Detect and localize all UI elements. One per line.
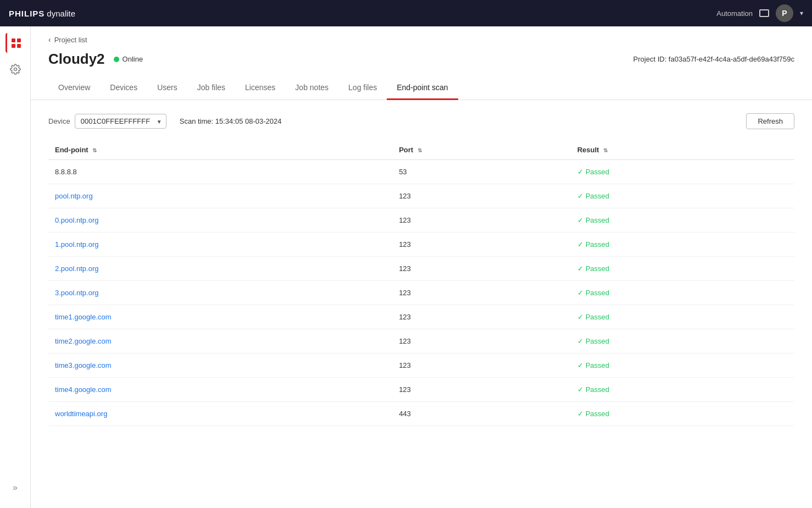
- endpoint-link[interactable]: 2.pool.ntp.org: [55, 264, 99, 273]
- check-icon: ✓: [577, 216, 583, 224]
- table-row: worldtimeapi.org443✓ Passed: [48, 402, 794, 426]
- tab-devices[interactable]: Devices: [100, 76, 147, 100]
- tab-job-files[interactable]: Job files: [187, 76, 235, 100]
- table-row: 0.pool.ntp.org123✓ Passed: [48, 208, 794, 233]
- sidebar-icon-settings[interactable]: [5, 59, 25, 79]
- project-id: Project ID: fa03a57f-e42f-4c4a-a5df-de69…: [633, 55, 794, 63]
- sort-icon-port[interactable]: ⇅: [418, 147, 422, 153]
- result-passed: ✓ Passed: [577, 337, 788, 345]
- device-row: Device 0001C0FFEEFFFFFF Scan time: 15:34…: [48, 113, 794, 129]
- check-icon: ✓: [577, 410, 583, 418]
- table-row: time4.google.com123✓ Passed: [48, 378, 794, 402]
- chevron-down-icon[interactable]: ▾: [800, 9, 803, 17]
- back-link[interactable]: ‹ Project list: [48, 35, 794, 44]
- grid-cell: [17, 44, 21, 48]
- result-cell: ✓ Passed: [571, 281, 794, 305]
- tab-job-notes[interactable]: Job notes: [285, 76, 338, 100]
- results-table: End-point ⇅ Port ⇅ Result ⇅: [48, 140, 794, 426]
- brand-logo: PHILIPS dynalite: [9, 9, 75, 18]
- col-result: Result ⇅: [571, 140, 794, 160]
- result-cell: ✓ Passed: [571, 402, 794, 426]
- endpoint-cell: pool.ntp.org: [48, 184, 392, 208]
- refresh-button[interactable]: Refresh: [746, 113, 794, 129]
- check-icon: ✓: [577, 289, 583, 297]
- endpoint-cell: time1.google.com: [48, 305, 392, 329]
- table-row: pool.ntp.org123✓ Passed: [48, 184, 794, 208]
- status-badge: Online: [114, 55, 143, 63]
- sidebar-icon-grid[interactable]: [5, 33, 25, 53]
- endpoint-link[interactable]: time4.google.com: [55, 385, 112, 394]
- port-cell: 123: [392, 281, 571, 305]
- result-cell: ✓ Passed: [571, 305, 794, 329]
- endpoint-link[interactable]: worldtimeapi.org: [55, 410, 107, 418]
- main-content: ‹ Project list Cloudy2 Online Project ID…: [31, 26, 812, 508]
- port-cell: 123: [392, 184, 571, 208]
- endpoint-link[interactable]: time3.google.com: [55, 361, 112, 369]
- status-dot: [114, 57, 119, 62]
- brand-philips: PHILIPS: [9, 9, 45, 18]
- back-label: Project list: [54, 36, 87, 44]
- result-cell: ✓ Passed: [571, 257, 794, 281]
- table-header: End-point ⇅ Port ⇅ Result ⇅: [48, 140, 794, 160]
- endpoint-cell: time4.google.com: [48, 378, 392, 402]
- tabs-nav: Overview Devices Users Job files License…: [31, 76, 812, 100]
- grid-icon: [12, 38, 21, 48]
- endpoint-cell: 0.pool.ntp.org: [48, 208, 392, 233]
- result-passed: ✓ Passed: [577, 385, 788, 394]
- sort-icon-result[interactable]: ⇅: [603, 147, 608, 153]
- sidebar: »: [0, 26, 31, 508]
- device-dropdown[interactable]: 0001C0FFEEFFFFFF: [75, 114, 166, 129]
- result-cell: ✓ Passed: [571, 378, 794, 402]
- result-passed: ✓ Passed: [577, 168, 788, 176]
- table-header-row: End-point ⇅ Port ⇅ Result ⇅: [48, 140, 794, 160]
- col-result-label: Result: [577, 146, 599, 154]
- tab-overview[interactable]: Overview: [48, 76, 100, 100]
- scan-time: Scan time: 15:34:05 08-03-2024: [180, 117, 282, 125]
- expand-icon[interactable]: »: [13, 483, 18, 492]
- table-body: 8.8.8.853✓ Passedpool.ntp.org123✓ Passed…: [48, 160, 794, 426]
- endpoint-link[interactable]: pool.ntp.org: [55, 192, 93, 200]
- sort-icon-endpoint[interactable]: ⇅: [92, 147, 97, 153]
- endpoint-cell: 2.pool.ntp.org: [48, 257, 392, 281]
- tab-endpoint-scan[interactable]: End-point scan: [387, 76, 458, 100]
- endpoint-cell: time2.google.com: [48, 329, 392, 354]
- brand-dynalite: dynalite: [47, 9, 75, 18]
- endpoint-table: End-point ⇅ Port ⇅ Result ⇅: [48, 140, 794, 426]
- result-cell: ✓ Passed: [571, 208, 794, 233]
- result-cell: ✓ Passed: [571, 233, 794, 257]
- check-icon: ✓: [577, 385, 583, 394]
- endpoint-link[interactable]: 0.pool.ntp.org: [55, 216, 99, 224]
- result-cell: ✓ Passed: [571, 184, 794, 208]
- port-cell: 123: [392, 354, 571, 378]
- result-passed: ✓ Passed: [577, 264, 788, 273]
- device-selector-group: Device 0001C0FFEEFFFFFF Scan time: 15:34…: [48, 114, 282, 129]
- avatar[interactable]: P: [776, 4, 793, 22]
- port-cell: 123: [392, 208, 571, 233]
- tab-licenses[interactable]: Licenses: [235, 76, 285, 100]
- endpoint-link[interactable]: 3.pool.ntp.org: [55, 289, 99, 297]
- table-row: time2.google.com123✓ Passed: [48, 329, 794, 354]
- table-row: 8.8.8.853✓ Passed: [48, 160, 794, 184]
- result-passed: ✓ Passed: [577, 216, 788, 224]
- gear-icon: [10, 64, 21, 75]
- result-cell: ✓ Passed: [571, 329, 794, 354]
- tab-log-files[interactable]: Log files: [338, 76, 387, 100]
- port-cell: 123: [392, 305, 571, 329]
- check-icon: ✓: [577, 192, 583, 200]
- project-header: ‹ Project list Cloudy2 Online Project ID…: [31, 26, 812, 68]
- endpoint-link[interactable]: 1.pool.ntp.org: [55, 240, 99, 249]
- table-row: 2.pool.ntp.org123✓ Passed: [48, 257, 794, 281]
- automation-label: Automation: [716, 9, 753, 18]
- endpoint-link[interactable]: time2.google.com: [55, 337, 112, 345]
- check-icon: ✓: [577, 361, 583, 369]
- table-row: time3.google.com123✓ Passed: [48, 354, 794, 378]
- device-dropdown-wrapper[interactable]: 0001C0FFEEFFFFFF: [75, 114, 166, 129]
- col-port: Port ⇅: [392, 140, 571, 160]
- endpoint-link[interactable]: time1.google.com: [55, 313, 112, 321]
- result-passed: ✓ Passed: [577, 410, 788, 418]
- main-layout: » ‹ Project list Cloudy2 Online Project …: [0, 26, 812, 508]
- endpoint-cell: time3.google.com: [48, 354, 392, 378]
- port-cell: 123: [392, 233, 571, 257]
- tab-users[interactable]: Users: [147, 76, 187, 100]
- svg-point-0: [14, 68, 16, 71]
